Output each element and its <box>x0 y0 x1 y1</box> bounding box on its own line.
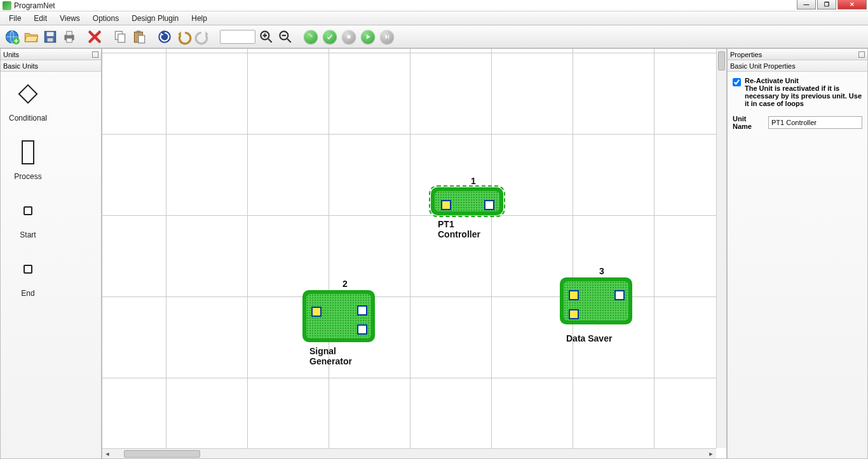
scrollbar-thumb[interactable] <box>124 450 200 458</box>
svg-point-17 <box>309 34 310 35</box>
svg-rect-5 <box>48 38 53 41</box>
menu-help[interactable]: Help <box>185 12 214 25</box>
units-panel-section[interactable]: Basic Units <box>1 60 101 72</box>
dock-icon[interactable] <box>858 51 865 58</box>
diamond-icon <box>21 81 35 107</box>
print-button[interactable] <box>61 29 78 45</box>
stop-icon <box>342 30 356 44</box>
scrollbar-thumb[interactable] <box>718 51 725 70</box>
units-panel-header[interactable]: Units <box>1 49 101 60</box>
port-in[interactable] <box>569 309 579 319</box>
node-inner <box>564 281 628 321</box>
node-number: 1 <box>471 176 476 186</box>
scroll-right-icon[interactable]: ► <box>706 449 716 458</box>
palette-label: Process <box>14 172 41 181</box>
zoom-in-icon <box>258 29 275 45</box>
canvas-scrollbar-horizontal[interactable]: ◄ ► <box>102 448 716 458</box>
paste-button[interactable] <box>131 29 147 45</box>
canvas-node[interactable] <box>560 277 632 324</box>
close-button[interactable]: ✕ <box>837 0 867 10</box>
canvas-scrollbar-vertical[interactable] <box>716 49 726 448</box>
port-out[interactable] <box>484 200 494 210</box>
properties-panel-header[interactable]: Properties <box>728 49 867 60</box>
redo-button[interactable] <box>194 29 211 45</box>
menubar: File Edit Views Options Design Plugin He… <box>0 11 868 25</box>
globe-new-icon <box>4 29 20 45</box>
properties-panel: Properties Basic Unit Properties Re-Acti… <box>727 48 868 459</box>
design-canvas[interactable]: 1PT1 Controller2Signal Generator3Data Sa… <box>102 48 727 459</box>
minimize-button[interactable]: — <box>797 0 816 10</box>
reactivate-desc: The Unit is reactivated if it is necessa… <box>745 84 862 107</box>
port-in[interactable] <box>311 307 322 317</box>
node-number: 3 <box>599 266 604 276</box>
folder-open-icon <box>23 29 39 45</box>
scroll-left-icon[interactable]: ◄ <box>102 449 112 458</box>
app-icon <box>3 1 11 10</box>
unit-name-input[interactable] <box>768 116 862 129</box>
properties-panel-section[interactable]: Basic Unit Properties <box>728 60 867 72</box>
port-out[interactable] <box>357 305 367 316</box>
units-panel-section-label: Basic Units <box>3 62 38 70</box>
svg-rect-12 <box>137 30 141 33</box>
run-icon <box>304 30 318 44</box>
menu-design-plugin[interactable]: Design Plugin <box>125 12 185 25</box>
properties-panel-title: Properties <box>730 51 762 58</box>
canvas-node[interactable] <box>302 290 375 342</box>
menu-edit[interactable]: Edit <box>27 12 53 25</box>
zoom-in-button[interactable] <box>258 29 275 45</box>
rectangle-icon <box>22 139 34 166</box>
port-out[interactable] <box>614 290 625 300</box>
dock-icon[interactable] <box>92 51 98 58</box>
palette-end[interactable]: End <box>4 256 51 298</box>
toolbar-search-input[interactable] <box>220 30 255 44</box>
port-in[interactable] <box>441 200 451 210</box>
port-out[interactable] <box>357 324 367 335</box>
properties-body: Re-Activate Unit The Unit is reactivated… <box>728 72 867 135</box>
save-button[interactable] <box>42 29 58 45</box>
canvas-node[interactable] <box>431 187 503 215</box>
main-area: Units Basic Units Conditional Process St… <box>0 48 868 459</box>
new-button[interactable] <box>4 29 20 45</box>
window-title: ProgramNet <box>14 1 55 10</box>
menu-views[interactable]: Views <box>53 12 86 25</box>
titlebar: ProgramNet — ❐ ✕ <box>0 0 868 11</box>
step-button[interactable] <box>379 29 395 45</box>
refresh-button[interactable] <box>156 29 173 45</box>
palette-label: End <box>21 289 34 298</box>
node-inner <box>306 294 371 338</box>
menu-options[interactable]: Options <box>86 12 125 25</box>
canvas-grid <box>102 49 726 458</box>
port-in[interactable] <box>569 290 579 300</box>
scroll-track[interactable] <box>112 449 706 458</box>
node-label: Data Saver <box>566 333 612 343</box>
palette-start[interactable]: Start <box>4 197 51 239</box>
delete-button[interactable] <box>86 29 103 45</box>
node-number: 2 <box>342 279 348 289</box>
run-button[interactable] <box>302 29 319 45</box>
end-icon <box>24 256 32 283</box>
play-button[interactable] <box>360 29 376 45</box>
zoom-out-icon <box>277 29 294 45</box>
units-panel: Units Basic Units Conditional Process St… <box>0 48 102 459</box>
undo-icon <box>175 29 192 45</box>
palette-conditional[interactable]: Conditional <box>4 81 51 123</box>
palette-label: Start <box>20 230 36 239</box>
svg-rect-13 <box>139 35 145 43</box>
reactivate-checkbox[interactable] <box>733 78 741 86</box>
node-label: PT1 Controller <box>438 219 480 239</box>
properties-section-label: Basic Unit Properties <box>730 62 796 70</box>
zoom-out-button[interactable] <box>277 29 294 45</box>
open-button[interactable] <box>23 29 39 45</box>
menu-file[interactable]: File <box>3 12 27 25</box>
check-button[interactable] <box>322 29 338 45</box>
undo-button[interactable] <box>175 29 192 45</box>
svg-rect-18 <box>348 35 351 38</box>
maximize-button[interactable]: ❐ <box>817 0 836 10</box>
copy-button[interactable] <box>112 29 128 45</box>
palette-process[interactable]: Process <box>4 139 51 181</box>
palette-label: Conditional <box>9 114 47 123</box>
play-icon <box>361 30 375 44</box>
copy-icon <box>112 29 128 45</box>
stop-button[interactable] <box>341 29 357 45</box>
save-icon <box>42 29 58 45</box>
